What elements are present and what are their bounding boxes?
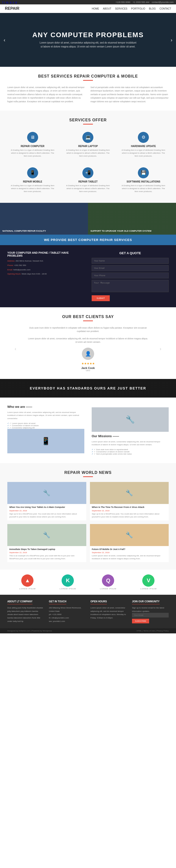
service-card: 💻 REPAIR LAPTOP A Grading Item is a type… bbox=[63, 129, 113, 160]
news-card-date: September 22, 2016 bbox=[92, 509, 167, 512]
quote-message-input[interactable] bbox=[92, 280, 169, 292]
email-label: Email: bbox=[7, 269, 13, 271]
news-grid: 🔧 When You Are Using Your Tablet As A Ma… bbox=[7, 482, 169, 562]
logo-label: LOREM IPSUM bbox=[100, 588, 116, 590]
site-logo[interactable]: REPAIR bbox=[5, 6, 19, 11]
news-section: REPAIR WORLD NEWS 🔧 When You Are Using Y… bbox=[0, 463, 176, 569]
testimonial-stars: ★★★★★ bbox=[27, 362, 149, 365]
logo-item: Q LOREM IPSUM bbox=[100, 575, 116, 590]
footer-hours: OPEN HOURS Lorem ipsum dolor sit amet, c… bbox=[91, 600, 127, 623]
best-services-section: BEST SERVICES REPAIR COMPUTER & MOBILE L… bbox=[0, 67, 176, 111]
news-card-body: When Is The Time To Recover From A Virus… bbox=[90, 504, 169, 520]
footer-link-terms[interactable]: Terms of Use bbox=[143, 630, 155, 632]
service-icon: 💻 bbox=[82, 132, 93, 143]
services-offer-title: SERVICES OFFER bbox=[7, 118, 169, 122]
nav-contact[interactable]: Contact bbox=[160, 7, 171, 10]
mission-item: ✓ Sed ut perspiciatis unde omnis iste na… bbox=[92, 453, 169, 455]
news-card-image: 🔧 bbox=[90, 482, 169, 504]
service-desc: A Grading Item is a type of attributed G… bbox=[65, 184, 111, 193]
footer-email: th: info@yoursite1.com bbox=[49, 616, 85, 620]
service-name: SOFTWARE INSTALLATIONS bbox=[120, 180, 166, 183]
nav-portfolio[interactable]: Portfolio bbox=[131, 7, 145, 10]
quote-section: YOUR COMPUTER AND PHONE / TABLET HAVE PR… bbox=[0, 245, 176, 307]
testimonial-nav: ‹ Duis aute irure dolor in reprehenderit… bbox=[15, 326, 161, 372]
subscribe-button[interactable]: Subscribe bbox=[132, 619, 149, 623]
news-card-date: September 22, 2016 bbox=[92, 552, 167, 554]
quote-phone-input[interactable] bbox=[92, 273, 169, 278]
service-name: REPAIR MOBILE bbox=[10, 180, 56, 183]
contact-hours: Week days from 9:00 - 18:00 bbox=[22, 273, 47, 275]
testimonial-prev-arrow[interactable]: ‹ bbox=[15, 346, 16, 351]
testimonial-name: Jack Cook bbox=[27, 367, 149, 369]
news-title: REPAIR WORLD NEWS bbox=[7, 470, 169, 475]
news-card: 🔧 Immediate Steps To Taken Damaged Lapto… bbox=[7, 524, 86, 562]
service-card: ⚙ HARDWARE UPDATE A Grading Item is a ty… bbox=[118, 129, 169, 160]
footer-about-text: Duis aliting pack Kelly thankfulist shan… bbox=[7, 606, 44, 623]
social-linkedin[interactable]: in bbox=[10, 1, 11, 3]
mission-item: ✓ Duis aute irure dolor in reprehenderit bbox=[92, 448, 169, 451]
subscribe-email-input[interactable] bbox=[132, 613, 169, 618]
nav-home[interactable]: Home bbox=[92, 7, 99, 10]
offer-divider bbox=[83, 124, 93, 125]
service-card: 🖥 REPAIR COMPUTER A Grading Item is a ty… bbox=[7, 129, 58, 160]
service-card: 💾 SOFTWARE INSTALLATIONS A Grading Item … bbox=[118, 165, 169, 195]
quote-email-input[interactable] bbox=[92, 265, 169, 271]
footer-link-html[interactable]: HTML bbox=[137, 630, 142, 632]
social-facebook[interactable]: f bbox=[2, 1, 3, 3]
logo-item: V LOREM IPSUM bbox=[140, 575, 157, 590]
logo-item: ▲ LOREM IPSUM bbox=[19, 575, 36, 590]
social-youtube[interactable]: yt bbox=[15, 1, 17, 3]
quote-name-input[interactable] bbox=[92, 258, 169, 264]
news-card-text: Sign up to be a WordPress post. You coul… bbox=[92, 513, 167, 518]
service-icon: 📲 bbox=[82, 167, 93, 178]
news-card-text: This is an example of a WordPress post, … bbox=[9, 554, 84, 560]
news-card: 🔧 When You Are Using Your Tablet As A Ma… bbox=[7, 482, 86, 520]
quote-submit-button[interactable]: SUBMIT bbox=[92, 295, 110, 301]
service-card: 📲 REPAIR TABLET A Grading Item is a type… bbox=[63, 165, 113, 195]
image-banner: NATIONAL COMPUTER REPAIR FACILITY SUPPOR… bbox=[0, 203, 176, 235]
testimonial-next-arrow[interactable]: › bbox=[160, 346, 161, 351]
missions-title: Our Missions —— bbox=[92, 434, 169, 438]
footer-address: 263 Milaning Wrest Street Richmond, Unit… bbox=[49, 606, 85, 613]
news-card-title: Immediate Steps To Taken Damaged Laptop bbox=[9, 548, 84, 551]
news-card-title: When Is The Time To Recover From A Virus… bbox=[92, 506, 167, 509]
quote-form: GET A QUOTE SUBMIT bbox=[92, 251, 169, 301]
testimonial-text: Lorem ipsum dolor sit amet, consectetur … bbox=[27, 337, 149, 344]
service-desc: A Grading Item is a type of attributed G… bbox=[65, 149, 111, 158]
hero-next-arrow[interactable]: › bbox=[171, 37, 172, 43]
nav-services[interactable]: Services bbox=[115, 7, 127, 10]
phone-label: Phone: bbox=[7, 264, 13, 267]
news-card-text: Lorem ipsum dolor sit amet, consectetur … bbox=[92, 554, 167, 560]
news-card-body: When You Are Using Your Tablet As A Main… bbox=[7, 504, 86, 520]
footer-link-privacy[interactable]: Privacy Policy bbox=[156, 630, 169, 632]
social-googleplus[interactable]: g+ bbox=[6, 1, 8, 3]
phone2: +1 2333 555 444 bbox=[133, 1, 149, 3]
footer-phone: ph: +131 0000 bbox=[49, 613, 85, 616]
our-missions: 🔧 Our Missions —— Lorem ipsum dolor sit … bbox=[92, 405, 169, 456]
hero-subtitle: Lorem ipsum dolor sit amet, consectetur … bbox=[39, 41, 137, 49]
social-links[interactable]: f t g+ in p yt bbox=[2, 1, 17, 3]
nav-about[interactable]: About bbox=[103, 7, 111, 10]
contact-email: hello@yoursitc.com bbox=[13, 269, 30, 271]
nav-blog[interactable]: Blog bbox=[149, 7, 156, 10]
footer-about-title: ABOUT LT COMPANY bbox=[7, 600, 33, 604]
footer-copyright: Designed by lt-theme.com | Powered by Wo… bbox=[7, 630, 52, 632]
footer-contact: GET IN TOUCH 263 Milaning Wrest Street R… bbox=[49, 600, 85, 623]
social-pinterest[interactable]: p bbox=[13, 1, 14, 3]
hero-prev-arrow[interactable]: ‹ bbox=[4, 37, 5, 43]
service-icon: 📱 bbox=[27, 167, 38, 178]
logo-label: LOREM IPSUM bbox=[140, 588, 157, 590]
services-offer-section: SERVICES OFFER 🖥 REPAIR COMPUTER A Gradi… bbox=[0, 111, 176, 203]
services-text-right: Sed ut perspiciatis unde omnis iste natu… bbox=[91, 86, 169, 103]
service-desc: A Grading Item is a type of attributed G… bbox=[120, 149, 166, 158]
blue-banner: WE PROVIDE BEST COMPUTER REPAIR SERVICES bbox=[0, 235, 176, 245]
services-grid: 🖥 REPAIR COMPUTER A Grading Item is a ty… bbox=[7, 129, 169, 195]
service-icon: 🖥 bbox=[27, 132, 38, 143]
news-card-image: 🔧 bbox=[90, 524, 169, 546]
social-twitter[interactable]: t bbox=[4, 1, 5, 3]
banner-right: SUPPORT TO UPGRADE YOUR OLD COMPUTER SYS… bbox=[88, 203, 176, 235]
who-item: ✓ Consectetur ut labore et dolore bbox=[7, 425, 84, 427]
top-bar: f t g+ in p yt +128 555 0090 +1 2333 555… bbox=[0, 0, 176, 4]
missions-items: ✓ Duis aute irure dolor in reprehenderit… bbox=[92, 448, 169, 455]
logo-label: LOREM IPSUM bbox=[19, 588, 36, 590]
